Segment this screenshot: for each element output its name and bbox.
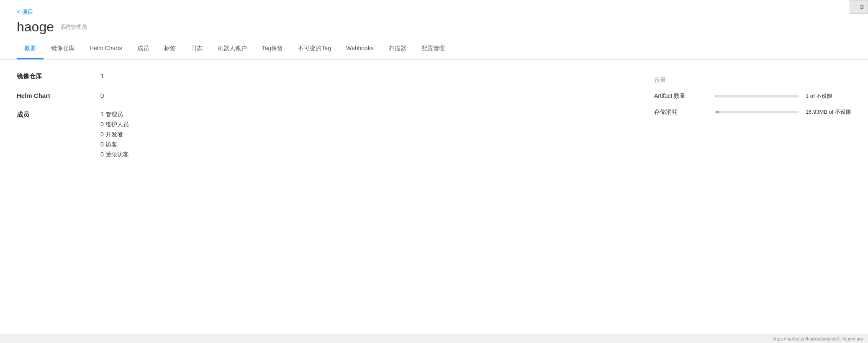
artifact-capacity-entry: Artifact 数量 1 of 不设限 — [654, 92, 851, 100]
tab-members[interactable]: 成员 — [130, 39, 157, 59]
artifact-value: 1 of 不设限 — [806, 92, 832, 100]
tab-robot[interactable]: 机器人账户 — [210, 39, 254, 59]
storage-value: 16.93MB of 不设限 — [806, 108, 851, 116]
member-maintainer: 0 维护人员 — [100, 121, 129, 128]
capacity-header: 容量 — [654, 77, 851, 84]
trash-icon: 🗑 — [859, 4, 865, 10]
tab-immutable-tag[interactable]: 不可变的Tag — [290, 39, 339, 59]
artifact-bar — [715, 95, 799, 97]
registry-label: 镜像仓库 — [17, 72, 100, 80]
status-url: https://harbor.cn/harbor/projects/.../su… — [773, 336, 863, 341]
breadcrumb[interactable]: < 项目 — [17, 8, 851, 16]
status-bar: https://harbor.cn/harbor/projects/.../su… — [0, 334, 868, 343]
tab-logs[interactable]: 日志 — [183, 39, 210, 59]
member-admin: 1 管理员 — [100, 111, 129, 118]
member-developer: 0 开发者 — [100, 131, 129, 138]
right-section: 容量 Artifact 数量 1 of 不设限 存储消耗 16.93MB of … — [654, 72, 851, 170]
tab-tag-retention[interactable]: Tag保留 — [254, 39, 291, 59]
storage-capacity-entry: 存储消耗 16.93MB of 不设限 — [654, 108, 851, 116]
tab-config[interactable]: 配置管理 — [414, 39, 452, 59]
page-container: 🗑 < 项目 haoge 系统管理员 概要 镜像仓库 Helm Charts 成… — [0, 0, 868, 343]
left-section: 镜像仓库 1 Helm Chart 0 成员 1 管理员 0 维护人员 — [17, 72, 629, 170]
artifact-bar-fill — [715, 95, 716, 97]
nav-tabs: 概要 镜像仓库 Helm Charts 成员 标签 日志 机器人账户 Tag保留… — [0, 39, 868, 60]
members-stat-row: 成员 1 管理员 0 维护人员 0 开发者 0 访客 0 受限访 — [17, 111, 629, 159]
registry-value: 1 — [100, 72, 104, 79]
main-content: 镜像仓库 1 Helm Chart 0 成员 1 管理员 0 维护人员 — [0, 60, 868, 183]
members-values: 1 管理员 0 维护人员 0 开发者 0 访客 0 受限访客 — [100, 111, 129, 159]
storage-bar — [715, 111, 799, 113]
member-guest: 0 访客 — [100, 141, 129, 148]
members-label: 成员 — [17, 111, 100, 119]
tab-helm[interactable]: Helm Charts — [82, 39, 130, 59]
tab-scanner[interactable]: 扫描器 — [381, 39, 414, 59]
tab-registry[interactable]: 镜像仓库 — [44, 39, 82, 59]
tab-overview[interactable]: 概要 — [17, 39, 44, 59]
trash-button[interactable]: 🗑 — [850, 0, 868, 14]
registry-stat-row: 镜像仓库 1 — [17, 72, 629, 80]
project-title-row: haoge 系统管理员 — [17, 19, 851, 35]
member-limited-guest: 0 受限访客 — [100, 151, 129, 159]
helm-stat-row: Helm Chart 0 — [17, 92, 629, 99]
project-name: haoge — [17, 19, 54, 35]
artifact-label: Artifact 数量 — [654, 92, 709, 100]
tab-tags[interactable]: 标签 — [157, 39, 183, 59]
helm-value: 0 — [100, 92, 104, 99]
storage-label: 存储消耗 — [654, 108, 709, 116]
helm-label: Helm Chart — [17, 92, 100, 99]
role-badge: 系统管理员 — [60, 23, 87, 31]
capacity-panel: 容量 Artifact 数量 1 of 不设限 存储消耗 16.93MB of … — [654, 77, 851, 124]
header: < 项目 haoge 系统管理员 — [0, 0, 868, 35]
storage-bar-fill — [715, 111, 719, 113]
tab-webhooks[interactable]: Webhooks — [339, 39, 381, 59]
